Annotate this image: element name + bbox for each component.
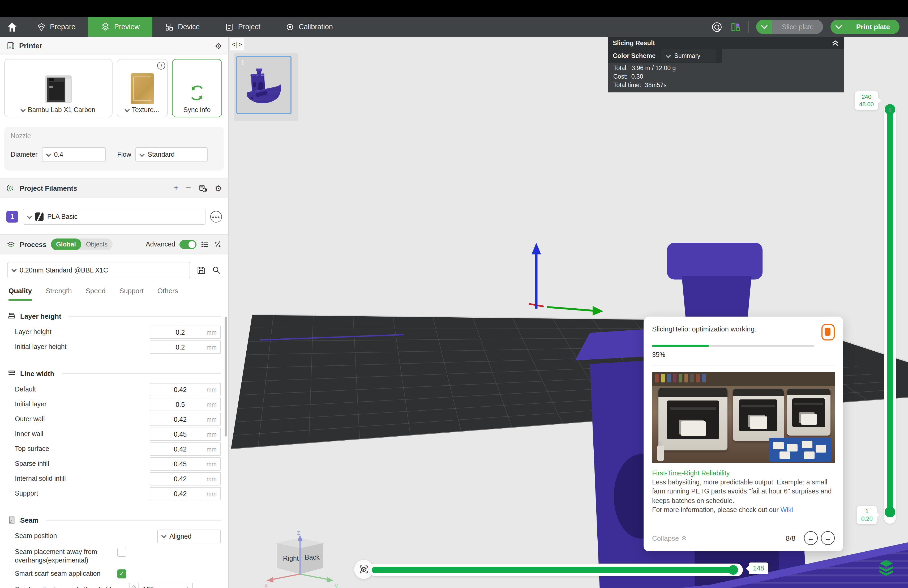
svg-text:y: y [335,582,338,588]
orientation-cube[interactable]: z Right Back x y [261,530,341,588]
parameter-list-icon[interactable] [201,240,209,248]
home-button[interactable] [0,17,24,37]
tab-calibration[interactable]: Calibration [273,17,346,37]
seam-position-select[interactable]: Aligned [157,529,221,543]
color-scheme-select[interactable]: Summary [661,49,716,62]
plate-thumbnail[interactable]: 1 [233,53,298,121]
svg-text:Back: Back [305,554,320,561]
plate-type-card[interactable]: i Texture... [117,59,168,118]
layer-slider-top-handle[interactable]: + [885,104,895,115]
line-width-initial-layer-input[interactable]: 0.5mm [150,398,221,411]
slicing-result-panel: Slicing Result Color Scheme Summary Tota… [608,37,844,92]
seam-away-overhangs-checkbox[interactable] [117,548,126,557]
prepare-icon [37,23,46,31]
remove-filament-button[interactable]: − [186,184,191,192]
nozzle-box: Nozzle Diameter 0.4 Flow Standard [4,127,224,171]
preview-icon [101,22,110,31]
sync-info-button[interactable]: Sync info [172,59,222,118]
filament-settings-gear-icon[interactable]: ⚙ [215,184,222,192]
process-scope-toggle[interactable]: Global Objects [51,238,112,250]
tab-quality[interactable]: Quality [8,287,32,301]
collapse-panel-icon[interactable] [832,40,839,46]
svg-text:Right: Right [283,554,299,562]
layer-slider-bottom-handle[interactable] [885,507,895,517]
scarf-angle-threshold-spinner[interactable]: 155 ° [129,582,193,588]
advanced-toggle[interactable] [179,240,196,249]
left-sidebar: Printer ⚙ Bambu Lab X1 Carbon i Textur [0,37,229,588]
add-filament-button[interactable]: + [174,184,179,192]
tab-strength[interactable]: Strength [46,287,72,301]
tab-project[interactable]: Project [213,17,273,37]
layer-height-section: Layer height [7,308,221,325]
layout-blocks-icon[interactable] [730,21,741,32]
move-slider[interactable] [369,564,743,576]
print-plate-button[interactable]: Print plate [831,20,900,34]
line-width-icon [7,369,16,378]
wiki-link[interactable]: Wiki [781,506,793,514]
slice-plate-button[interactable]: Slice plate [757,20,823,34]
search-preset-icon[interactable] [212,266,221,275]
tab-support[interactable]: Support [119,287,143,301]
layers-view-icon[interactable] [877,558,895,576]
tab-speed[interactable]: Speed [85,287,105,301]
viewport-3d[interactable]: <|> 1 Slicing Result Color Scheme Summar… [228,37,908,588]
initial-layer-height-input[interactable]: 0.2mm [150,340,221,354]
collapse-popup-button[interactable]: Collapse [652,534,687,542]
scope-objects[interactable]: Objects [81,241,112,248]
plate-dropdown-chevron-icon [125,107,130,112]
nav-divider [749,21,749,33]
save-preset-icon[interactable] [196,266,206,275]
line-width-internal-solid-input[interactable]: 0.42mm [150,472,221,485]
printer-settings-gear-icon[interactable]: ⚙ [215,42,222,50]
top-nav: Prepare Preview Device Project Calibrati… [0,17,908,37]
build-plate-image [130,73,154,104]
svg-text:z: z [297,530,300,536]
filaments-section-header: Project Filaments + − ⚙ [0,178,228,198]
print-plate-dropdown[interactable] [831,20,847,34]
process-icon [6,240,15,249]
line-width-top-surface-input[interactable]: 0.42mm [150,443,221,456]
plate-info-icon[interactable]: i [157,61,165,69]
line-width-inner-wall-input[interactable]: 0.45mm [150,428,221,441]
gcode-panel-toggle[interactable]: <|> [230,38,244,50]
move-slider-handle[interactable] [729,565,738,575]
orbit-icon[interactable] [711,21,723,33]
seam-section: Seam [7,512,221,528]
tab-preview[interactable]: Preview [88,17,152,37]
line-width-section: Line width [7,365,221,382]
line-width-default-input[interactable]: 0.42mm [150,383,221,396]
process-preset-select[interactable]: 0.20mm Standard @BBL X1C [7,262,190,278]
line-width-support-input[interactable]: 0.42mm [150,487,221,500]
compare-parameters-icon[interactable] [214,240,222,248]
nozzle-flow-select[interactable]: Standard [135,147,208,162]
layer-range-slider[interactable]: + [884,104,896,524]
ams-sync-icon[interactable] [198,184,208,193]
nozzle-diameter-select[interactable]: 0.4 [42,147,105,162]
filament-more-options-button[interactable]: ●●● [210,211,222,222]
stop-optimization-button[interactable] [821,324,835,340]
optimization-progress-bar [652,345,814,347]
slice-plate-dropdown[interactable] [757,20,772,34]
layer-slider-bottom-tooltip: 1 0.20 [857,506,877,524]
line-width-outer-wall-input[interactable]: 0.42mm [150,413,221,426]
tab-prepare[interactable]: Prepare [24,17,88,37]
printer-select-card[interactable]: Bambu Lab X1 Carbon [4,59,113,118]
line-width-sparse-infill-input[interactable]: 0.45mm [150,458,221,470]
tab-others[interactable]: Others [158,287,178,301]
smart-scarf-seam-checkbox[interactable] [117,569,126,578]
filament-slot-badge: 1 [6,211,18,222]
filament-select[interactable]: PLA Basic [23,209,206,225]
home-icon [7,21,18,32]
previous-tip-button[interactable]: ← [804,531,818,545]
bambu-studio-window: Prepare Preview Device Project Calibrati… [0,0,908,588]
printer-image [44,74,73,104]
tab-device[interactable]: Device [152,17,213,37]
spinner-arrows[interactable] [130,583,138,588]
process-tabs: Quality Strength Speed Support Others [0,282,228,301]
next-tip-button[interactable]: → [821,531,835,545]
settings-scrollbar[interactable] [225,317,227,437]
scope-global[interactable]: Global [51,238,81,250]
layer-height-input[interactable]: 0.2mm [150,325,221,339]
layer-height-icon [7,312,16,320]
device-icon [165,23,174,31]
